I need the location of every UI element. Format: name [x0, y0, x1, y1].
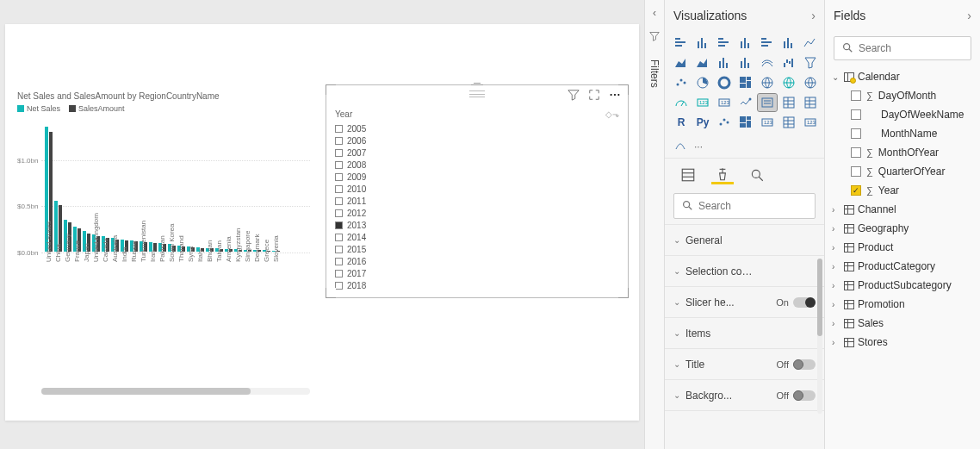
resize-handle[interactable] — [618, 288, 629, 298]
checkbox[interactable] — [851, 185, 861, 196]
viz-type-map[interactable] — [758, 74, 777, 91]
viz-type-donut[interactable] — [715, 74, 734, 91]
viz-type-ribbon[interactable] — [758, 54, 777, 72]
checkbox[interactable] — [335, 209, 343, 217]
viz-type-area[interactable] — [672, 54, 691, 72]
fields-search[interactable] — [834, 36, 971, 60]
field-monthofyear[interactable]: ∑MonthOfYear — [830, 143, 975, 162]
expand-filters-icon[interactable]: ‹ — [653, 7, 656, 19]
viz-type-clustered-column[interactable] — [736, 34, 755, 52]
viz-type-gauge[interactable] — [672, 94, 691, 111]
bar-chart-visual[interactable]: Net Sales and SalesAmount by RegionCount… — [17, 91, 310, 324]
format-search[interactable] — [673, 193, 816, 219]
toggle[interactable]: Off — [777, 390, 816, 401]
eraser-icon[interactable]: ◇⬎ — [605, 109, 619, 119]
viz-type-r-visual[interactable]: R — [672, 114, 691, 131]
slicer-item[interactable]: 2008 — [335, 159, 619, 171]
format-scrollbar[interactable] — [817, 259, 822, 414]
viz-type-table[interactable] — [779, 94, 798, 111]
viz-type-stacked-area[interactable] — [693, 54, 712, 72]
table-promotion[interactable]: ›Promotion — [830, 295, 975, 314]
chart-scrollbar[interactable] — [41, 388, 310, 395]
table-calendar[interactable]: ⌄Calendar — [830, 67, 975, 86]
viz-type-funnel[interactable] — [801, 54, 820, 72]
slicer-item[interactable]: 2007 — [335, 147, 619, 159]
viz-type-qa[interactable]: 123 — [758, 114, 777, 131]
viz-type-py-visual[interactable]: Py — [693, 114, 712, 131]
checkbox[interactable] — [335, 185, 343, 193]
field-monthname[interactable]: MonthName — [830, 124, 975, 143]
format-section[interactable]: ⌄General — [665, 225, 824, 256]
viz-type-decomposition-tree[interactable] — [736, 114, 755, 131]
format-tab[interactable] — [711, 165, 734, 184]
slicer-item[interactable]: 2011 — [335, 195, 619, 207]
report-canvas[interactable]: Net Sales and SalesAmount by RegionCount… — [0, 0, 644, 449]
viz-type-line-stacked-column[interactable] — [715, 54, 734, 72]
table-stores[interactable]: ›Stores — [830, 333, 975, 352]
slicer-item[interactable]: 2017 — [335, 267, 619, 279]
viz-type-stacked-column[interactable] — [693, 34, 712, 52]
checkbox[interactable] — [335, 197, 343, 205]
resize-handle[interactable] — [326, 288, 336, 298]
slicer-item[interactable]: 2018 — [335, 279, 619, 291]
report-page[interactable]: Net Sales and SalesAmount by RegionCount… — [5, 24, 639, 421]
format-section[interactable]: ⌄TitleOff — [665, 349, 824, 380]
more-options-icon[interactable] — [609, 89, 621, 101]
viz-type-shape-map[interactable] — [801, 74, 820, 91]
checkbox[interactable] — [335, 137, 343, 145]
checkbox[interactable] — [851, 109, 861, 120]
slicer-item[interactable]: 2013 — [335, 219, 619, 231]
filter-icon[interactable] — [568, 89, 580, 101]
viz-type-key-influencers[interactable] — [715, 114, 734, 131]
viz-type-line-clustered-column[interactable] — [736, 54, 755, 72]
viz-type-card[interactable]: 123 — [693, 94, 712, 111]
checkbox[interactable] — [335, 270, 343, 278]
checkbox[interactable] — [335, 234, 343, 241]
format-section[interactable]: ⌄Items — [665, 318, 824, 349]
more-viz-icon[interactable]: ··· — [694, 140, 703, 153]
field-dayofmonth[interactable]: ∑DayOfMonth — [830, 86, 975, 105]
viz-type-waterfall[interactable] — [779, 54, 798, 72]
format-section[interactable]: ⌄Slicer he...On — [665, 287, 824, 318]
field-dayofweekname[interactable]: DayOfWeekName — [830, 105, 975, 124]
viz-type-clustered-bar[interactable] — [715, 34, 734, 52]
viz-type-100-stacked-column[interactable] — [779, 34, 798, 52]
viz-type-treemap[interactable] — [736, 74, 755, 91]
table-channel[interactable]: ›Channel — [830, 200, 975, 219]
custom-viz-icon[interactable] — [673, 138, 687, 154]
table-sales[interactable]: ›Sales — [830, 314, 975, 333]
viz-type-filled-map[interactable] — [779, 74, 798, 91]
toggle[interactable]: On — [776, 297, 816, 308]
drag-grip-icon[interactable] — [469, 90, 485, 97]
table-productcategory[interactable]: ›ProductCategory — [830, 257, 975, 276]
checkbox[interactable] — [851, 147, 861, 158]
field-year[interactable]: ∑Year — [830, 181, 975, 200]
viz-type-100-stacked-bar[interactable] — [758, 34, 777, 52]
viz-type-kpi[interactable] — [736, 94, 755, 111]
slicer-item[interactable]: 2005 — [335, 122, 619, 134]
slicer-visual[interactable]: Year ◇⬎ 20052006200720082009201020112012… — [326, 84, 629, 298]
checkbox[interactable] — [335, 149, 343, 157]
viz-type-multi-row-card[interactable]: 123 — [715, 94, 734, 111]
viz-type-scatter[interactable] — [672, 74, 691, 91]
checkbox[interactable] — [335, 221, 343, 229]
field-quarterofyear[interactable]: ∑QuarterOfYear — [830, 162, 975, 181]
viz-type-line[interactable] — [801, 34, 820, 52]
format-search-input[interactable] — [698, 200, 828, 212]
slicer-item[interactable]: 2006 — [335, 134, 619, 147]
collapse-viz-icon[interactable]: › — [811, 9, 816, 22]
checkbox[interactable] — [335, 125, 343, 133]
format-section[interactable]: ⌄Selection controls — [665, 256, 824, 287]
table-productsubcategory[interactable]: ›ProductSubcategory — [830, 276, 975, 295]
checkbox[interactable] — [851, 90, 861, 101]
format-section[interactable]: ⌄Backgro...Off — [665, 380, 824, 411]
checkbox[interactable] — [851, 166, 861, 177]
toggle[interactable]: Off — [777, 359, 816, 370]
viz-type-paginated[interactable] — [779, 114, 798, 131]
viz-type-slicer[interactable] — [758, 94, 777, 111]
checkbox[interactable] — [851, 128, 861, 139]
focus-mode-icon[interactable] — [588, 89, 600, 101]
analytics-tab[interactable] — [746, 165, 768, 184]
viz-type-powerapps[interactable]: 123 — [801, 114, 820, 131]
fields-search-input[interactable] — [859, 42, 980, 54]
